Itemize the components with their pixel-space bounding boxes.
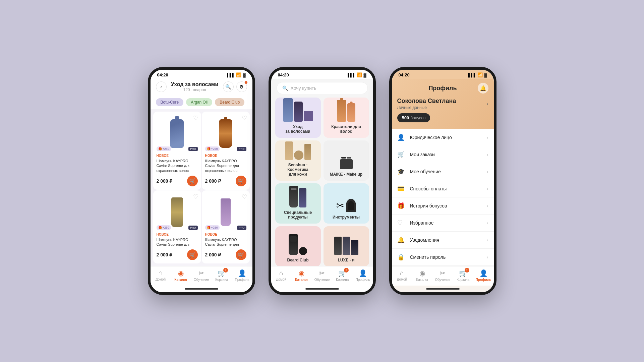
menu-legal-label: Юридическое лицо [410, 135, 487, 140]
filter-button[interactable]: ⚙ [236, 81, 247, 92]
profile-menu: 👤 Юридическое лицо › 🛒 Мои заказы › 🎓 Мо… [392, 129, 494, 266]
indicator-bar-3 [426, 288, 460, 290]
profile-title: Профиль [408, 85, 478, 92]
nav-cart-3[interactable]: 🛒 2 Корзина [453, 269, 473, 282]
product-img-2: 🎁+250 PRO [205, 115, 246, 152]
product-price-2: 2 000 ₽ [205, 178, 221, 184]
notification-button[interactable]: 🔔 [478, 83, 488, 94]
menu-education[interactable]: 🎓 Мое обучение › [392, 163, 494, 180]
category-senshua[interactable]: Senshua - Косметикадля кожи [275, 140, 321, 181]
menu-bonus-history[interactable]: 🎁 История бонусов › [392, 197, 494, 215]
category-luxe[interactable]: LUXE - и [324, 226, 369, 266]
add-to-cart-3[interactable]: 🛒 [187, 249, 198, 260]
profile-icon-3: 👤 [479, 269, 488, 277]
menu-chevron-2: › [487, 169, 488, 174]
nav-cart-1[interactable]: 🛒 2 Корзина [212, 269, 232, 282]
menu-chevron-1: › [487, 152, 488, 157]
profile-top-row: Профиль 🔔 [397, 83, 488, 94]
nav-education-1[interactable]: ✂ Обучение [191, 269, 212, 282]
hair-care-image [283, 98, 313, 122]
add-to-cart-4[interactable]: 🛒 [236, 249, 246, 260]
maike-image [340, 157, 353, 169]
catalog-icon-3: ◉ [419, 269, 425, 277]
nav-edu-label-2: Обучение [314, 278, 330, 282]
nav-edu-label-3: Обучение [435, 278, 451, 282]
profile-name-row[interactable]: Соколова Светлана Личные данные › [397, 98, 488, 110]
new-label-2: НОВОЕ [205, 154, 246, 158]
back-button[interactable]: ‹ [156, 81, 167, 92]
catalog-icon-2: ◉ [299, 269, 304, 277]
bottle-gold-1 [171, 197, 183, 227]
category-hair-dye[interactable]: Красители для волос [324, 98, 369, 138]
category-special[interactable]: Специальныепродукты [275, 183, 321, 224]
profile-name-block: Соколова Светлана Личные данные [397, 98, 456, 110]
category-tools[interactable]: ✂ Инструменты [324, 183, 369, 224]
nav-home-3[interactable]: ⌂ Домой [392, 269, 412, 282]
time-1: 04:20 [157, 72, 168, 77]
nav-education-2[interactable]: ✂ Обучение [312, 269, 332, 282]
category-label-4: Специальныепродукты [284, 210, 312, 220]
menu-orders[interactable]: 🛒 Мои заказы › [392, 146, 494, 163]
product-price-4: 2 000 ₽ [205, 252, 221, 257]
scissors-icon-3: ✂ [440, 269, 446, 277]
scissors-icon-1: ✂ [198, 269, 204, 277]
product-price-1: 2 000 ₽ [157, 178, 173, 184]
nav-education-3[interactable]: ✂ Обучение [432, 269, 453, 282]
product-name-1: Шампунь KAYPRO Caviar Supreme для окраше… [157, 159, 198, 173]
home-icon-1: ⌂ [159, 269, 163, 277]
search-button[interactable]: 🔍 [223, 81, 234, 92]
menu-payment-label: Способы оплаты [410, 186, 487, 191]
home-indicator-1 [151, 286, 252, 292]
profile-icon-1: 👤 [238, 269, 246, 277]
nav-catalog-3[interactable]: ◉ Каталог [412, 269, 432, 282]
menu-legal-entity[interactable]: 👤 Юридическое лицо › [392, 129, 494, 146]
menu-favorites[interactable]: ♡ Избранное › [392, 215, 494, 232]
nav-home-1[interactable]: ⌂ Домой [151, 269, 171, 282]
education-icon: 🎓 [397, 168, 407, 175]
cart-badge-3: 2 [465, 268, 469, 273]
bonus-badge-1: 🎁+250 [157, 146, 171, 151]
menu-change-password[interactable]: 🔒 Сменить пароль › [392, 249, 494, 266]
scissors-icon-2: ✂ [319, 269, 325, 277]
menu-notifications[interactable]: 🔔 Уведомления › [392, 232, 494, 249]
menu-orders-label: Мои заказы [410, 152, 487, 157]
add-to-cart-2[interactable]: 🛒 [236, 176, 246, 186]
search-bar[interactable]: 🔍 Хочу купить [277, 82, 368, 94]
menu-chevron-5: › [487, 220, 488, 226]
product-name-3: Шампунь KAYPRO Caviar Supreme для [157, 237, 198, 247]
product-price-row-1: 2 000 ₽ 🛒 [157, 176, 198, 186]
nav-cart-label-3: Корзина [457, 278, 469, 282]
signal-icon-3: ▌▌▌ [468, 73, 476, 77]
notifications-icon: 🔔 [397, 236, 407, 244]
bonus-badge-2: 🎁+250 [205, 146, 220, 151]
product-card-1: ♡ 🎁+250 PRO НОВОЕ Шампунь KAYPRO Caviar … [153, 112, 201, 190]
nav-profile-2[interactable]: 👤 Профиль [353, 269, 373, 282]
nav-profile-1[interactable]: 👤 Профиль [232, 269, 252, 282]
add-to-cart-1[interactable]: 🛒 [187, 176, 198, 186]
nav-catalog-2[interactable]: ◉ Каталог [291, 269, 312, 282]
menu-chevron-4: › [487, 203, 488, 208]
scissors-icon-cat: ✂ [336, 200, 344, 211]
category-beard-club[interactable]: Beard Club [275, 226, 321, 266]
nav-home-2[interactable]: ⌂ Домой [271, 269, 292, 282]
nav-profile-3[interactable]: 👤 Профиль [473, 269, 494, 282]
user-subtitle: Личные данные [397, 105, 456, 110]
category-label-5: Инструменты [333, 215, 360, 220]
category-maike[interactable]: MAIKE - Make up [324, 140, 369, 181]
profile-header: Профиль 🔔 Соколова Светлана Личные данны… [392, 79, 494, 129]
nav-catalog-1[interactable]: ◉ Каталог [171, 269, 191, 282]
menu-payment[interactable]: 💳 Способы оплаты › [392, 180, 494, 197]
home-indicator-3 [392, 286, 494, 292]
category-label-7: LUXE - и [338, 258, 354, 262]
product-card-2: ♡ 🎁+250 PRO НОВОЕ Шампунь KAYPRO Caviar … [202, 112, 250, 190]
nav-catalog-label-1: Каталог [174, 278, 187, 282]
category-label-6: Beard Club [287, 258, 308, 262]
nav-cart-2[interactable]: 🛒 2 Корзина [332, 269, 353, 282]
pro-badge-1: PRO [188, 147, 197, 151]
chip-botu-cure[interactable]: Botu-Cure [156, 98, 184, 106]
chip-argan-oil[interactable]: Argan Oil [186, 98, 212, 106]
category-hair-care[interactable]: Уходза волосами [275, 98, 321, 138]
chip-beard-club[interactable]: Beard Club [215, 98, 244, 106]
search-icon-2: 🔍 [282, 85, 288, 91]
menu-chevron-6: › [487, 237, 488, 243]
